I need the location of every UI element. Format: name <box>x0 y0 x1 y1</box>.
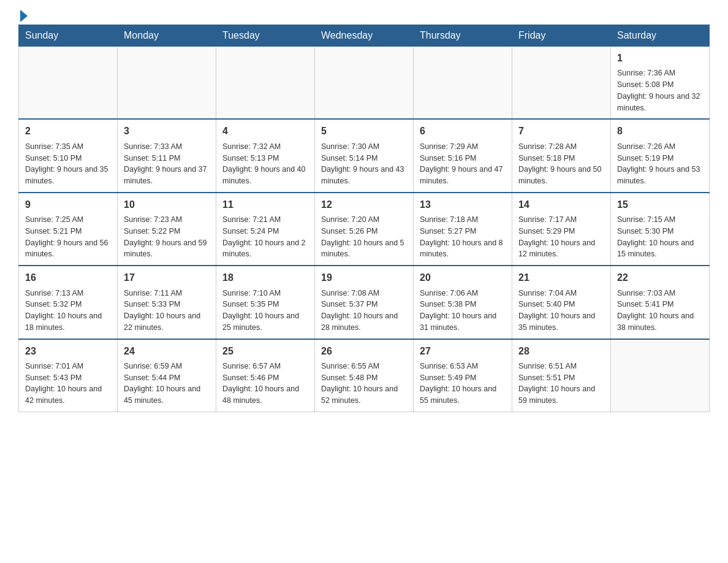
day-info: Sunrise: 7:21 AMSunset: 5:24 PMDaylight:… <box>222 214 308 260</box>
day-number: 7 <box>518 124 604 138</box>
day-number: 24 <box>124 345 210 358</box>
day-number: 27 <box>420 345 506 358</box>
logo <box>18 12 28 18</box>
calendar-cell: 13Sunrise: 7:18 AMSunset: 5:27 PMDayligh… <box>414 193 512 266</box>
calendar-cell: 14Sunrise: 7:17 AMSunset: 5:29 PMDayligh… <box>512 193 611 266</box>
day-number: 28 <box>518 345 604 358</box>
weekday-header-row: SundayMondayTuesdayWednesdayThursdayFrid… <box>19 25 710 47</box>
calendar-cell: 8Sunrise: 7:26 AMSunset: 5:19 PMDaylight… <box>611 119 710 192</box>
day-number: 5 <box>321 124 407 138</box>
day-number: 12 <box>321 198 407 212</box>
day-number: 1 <box>617 52 703 65</box>
day-number: 3 <box>124 124 210 138</box>
day-info: Sunrise: 7:10 AMSunset: 5:35 PMDaylight:… <box>222 288 308 334</box>
weekday-header-friday: Friday <box>512 25 611 47</box>
day-info: Sunrise: 7:20 AMSunset: 5:26 PMDaylight:… <box>321 214 407 260</box>
day-number: 13 <box>420 198 506 212</box>
calendar-cell: 7Sunrise: 7:28 AMSunset: 5:18 PMDaylight… <box>512 119 611 192</box>
day-number: 6 <box>420 124 506 138</box>
day-number: 9 <box>25 198 111 212</box>
weekday-header-saturday: Saturday <box>611 25 710 47</box>
day-number: 26 <box>321 345 407 358</box>
calendar-cell <box>216 47 315 120</box>
calendar-cell: 25Sunrise: 6:57 AMSunset: 5:46 PMDayligh… <box>216 339 315 412</box>
weekday-header-wednesday: Wednesday <box>315 25 414 47</box>
calendar-cell <box>19 47 118 120</box>
day-number: 8 <box>617 124 703 138</box>
day-number: 2 <box>25 124 111 138</box>
day-info: Sunrise: 7:06 AMSunset: 5:38 PMDaylight:… <box>420 288 506 334</box>
calendar-cell <box>414 47 512 120</box>
calendar-cell: 1Sunrise: 7:36 AMSunset: 5:08 PMDaylight… <box>611 47 710 120</box>
calendar-cell: 16Sunrise: 7:13 AMSunset: 5:32 PMDayligh… <box>19 266 118 339</box>
calendar-cell: 24Sunrise: 6:59 AMSunset: 5:44 PMDayligh… <box>118 339 216 412</box>
day-number: 22 <box>617 271 703 285</box>
day-number: 15 <box>617 198 703 212</box>
day-number: 4 <box>222 124 308 138</box>
day-number: 21 <box>518 271 604 285</box>
day-info: Sunrise: 7:08 AMSunset: 5:37 PMDaylight:… <box>321 288 407 334</box>
calendar-cell: 6Sunrise: 7:29 AMSunset: 5:16 PMDaylight… <box>414 119 512 192</box>
calendar-cell: 18Sunrise: 7:10 AMSunset: 5:35 PMDayligh… <box>216 266 315 339</box>
day-number: 14 <box>518 198 604 212</box>
day-number: 10 <box>124 198 210 212</box>
calendar-cell: 22Sunrise: 7:03 AMSunset: 5:41 PMDayligh… <box>611 266 710 339</box>
calendar-table: SundayMondayTuesdayWednesdayThursdayFrid… <box>18 25 710 412</box>
logo-arrow-icon <box>20 10 28 22</box>
calendar-cell <box>512 47 611 120</box>
calendar-cell: 2Sunrise: 7:35 AMSunset: 5:10 PMDaylight… <box>19 119 118 192</box>
day-info: Sunrise: 7:36 AMSunset: 5:08 PMDaylight:… <box>617 67 703 113</box>
calendar-cell: 23Sunrise: 7:01 AMSunset: 5:43 PMDayligh… <box>19 339 118 412</box>
calendar-cell: 17Sunrise: 7:11 AMSunset: 5:33 PMDayligh… <box>118 266 216 339</box>
day-info: Sunrise: 7:15 AMSunset: 5:30 PMDaylight:… <box>617 214 703 260</box>
calendar-cell: 19Sunrise: 7:08 AMSunset: 5:37 PMDayligh… <box>315 266 414 339</box>
day-info: Sunrise: 7:18 AMSunset: 5:27 PMDaylight:… <box>420 214 506 260</box>
calendar-cell: 11Sunrise: 7:21 AMSunset: 5:24 PMDayligh… <box>216 193 315 266</box>
page-header <box>18 12 710 18</box>
calendar-week-4: 16Sunrise: 7:13 AMSunset: 5:32 PMDayligh… <box>19 266 710 339</box>
day-info: Sunrise: 7:35 AMSunset: 5:10 PMDaylight:… <box>25 141 111 187</box>
day-info: Sunrise: 7:30 AMSunset: 5:14 PMDaylight:… <box>321 141 407 187</box>
day-info: Sunrise: 7:23 AMSunset: 5:22 PMDaylight:… <box>124 214 210 260</box>
day-info: Sunrise: 7:33 AMSunset: 5:11 PMDaylight:… <box>124 141 210 187</box>
weekday-header-thursday: Thursday <box>414 25 512 47</box>
calendar-cell: 12Sunrise: 7:20 AMSunset: 5:26 PMDayligh… <box>315 193 414 266</box>
calendar-cell <box>118 47 216 120</box>
day-info: Sunrise: 6:53 AMSunset: 5:49 PMDaylight:… <box>420 361 506 407</box>
day-info: Sunrise: 7:17 AMSunset: 5:29 PMDaylight:… <box>518 214 604 260</box>
calendar-week-5: 23Sunrise: 7:01 AMSunset: 5:43 PMDayligh… <box>19 339 710 412</box>
day-info: Sunrise: 7:01 AMSunset: 5:43 PMDaylight:… <box>25 361 111 407</box>
calendar-cell <box>611 339 710 412</box>
day-info: Sunrise: 7:26 AMSunset: 5:19 PMDaylight:… <box>617 141 703 187</box>
calendar-cell: 26Sunrise: 6:55 AMSunset: 5:48 PMDayligh… <box>315 339 414 412</box>
weekday-header-sunday: Sunday <box>19 25 118 47</box>
calendar-cell <box>315 47 414 120</box>
weekday-header-monday: Monday <box>118 25 216 47</box>
day-info: Sunrise: 7:03 AMSunset: 5:41 PMDaylight:… <box>617 288 703 334</box>
calendar-week-1: 1Sunrise: 7:36 AMSunset: 5:08 PMDaylight… <box>19 47 710 120</box>
day-info: Sunrise: 7:32 AMSunset: 5:13 PMDaylight:… <box>222 141 308 187</box>
day-number: 16 <box>25 271 111 285</box>
calendar-week-2: 2Sunrise: 7:35 AMSunset: 5:10 PMDaylight… <box>19 119 710 192</box>
calendar-cell: 3Sunrise: 7:33 AMSunset: 5:11 PMDaylight… <box>118 119 216 192</box>
day-number: 20 <box>420 271 506 285</box>
weekday-header-tuesday: Tuesday <box>216 25 315 47</box>
day-info: Sunrise: 6:57 AMSunset: 5:46 PMDaylight:… <box>222 361 308 407</box>
calendar-cell: 4Sunrise: 7:32 AMSunset: 5:13 PMDaylight… <box>216 119 315 192</box>
day-info: Sunrise: 7:13 AMSunset: 5:32 PMDaylight:… <box>25 288 111 334</box>
day-info: Sunrise: 7:29 AMSunset: 5:16 PMDaylight:… <box>420 141 506 187</box>
calendar-cell: 5Sunrise: 7:30 AMSunset: 5:14 PMDaylight… <box>315 119 414 192</box>
day-number: 17 <box>124 271 210 285</box>
day-info: Sunrise: 7:28 AMSunset: 5:18 PMDaylight:… <box>518 141 604 187</box>
calendar-cell: 20Sunrise: 7:06 AMSunset: 5:38 PMDayligh… <box>414 266 512 339</box>
day-info: Sunrise: 6:55 AMSunset: 5:48 PMDaylight:… <box>321 361 407 407</box>
day-number: 25 <box>222 345 308 358</box>
calendar-cell: 10Sunrise: 7:23 AMSunset: 5:22 PMDayligh… <box>118 193 216 266</box>
calendar-cell: 27Sunrise: 6:53 AMSunset: 5:49 PMDayligh… <box>414 339 512 412</box>
calendar-week-3: 9Sunrise: 7:25 AMSunset: 5:21 PMDaylight… <box>19 193 710 266</box>
day-info: Sunrise: 6:51 AMSunset: 5:51 PMDaylight:… <box>518 361 604 407</box>
day-number: 19 <box>321 271 407 285</box>
calendar-cell: 15Sunrise: 7:15 AMSunset: 5:30 PMDayligh… <box>611 193 710 266</box>
day-number: 18 <box>222 271 308 285</box>
day-info: Sunrise: 7:04 AMSunset: 5:40 PMDaylight:… <box>518 288 604 334</box>
